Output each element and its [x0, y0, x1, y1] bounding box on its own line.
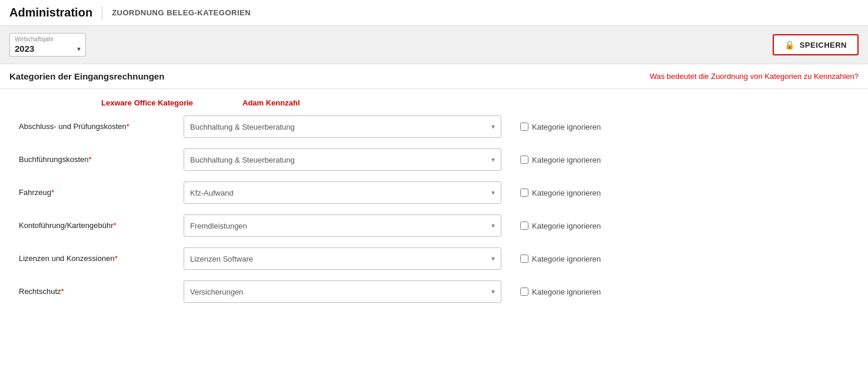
dropdown-value: Lizenzen Software [190, 255, 253, 263]
chevron-down-icon: ▾ [491, 288, 495, 296]
page-subtitle: ZUORDNUNG BELEG-KATEGORIEN [112, 8, 251, 17]
chevron-down-icon: ▾ [491, 156, 495, 164]
table-row: Abschluss- und Prüfungskosten*Buchhaltun… [19, 114, 849, 139]
year-select-value: 2023 [15, 44, 34, 54]
header: Administration ZUORDNUNG BELEG-KATEGORIE… [0, 0, 868, 26]
checkbox-label: Kategorie ignorieren [532, 255, 601, 263]
col-header-adam: Adam Kennzahl [242, 98, 300, 107]
content-area: Lexware Office Kategorie Adam Kennzahl A… [0, 89, 868, 322]
table-row: Kontoführung/Kartengebühr*Fremdleistunge… [19, 213, 849, 238]
table-row: Rechtschutz*Versicherungen▾Kategorie ign… [19, 279, 849, 304]
checkbox-label: Kategorie ignorieren [532, 156, 601, 164]
chevron-down-icon: ▾ [77, 45, 81, 53]
chevron-down-icon: ▾ [491, 123, 495, 131]
lock-icon: 🔒 [784, 40, 795, 49]
row-label: Fahrzeug* [19, 187, 184, 198]
save-button[interactable]: 🔒 SPEICHERN [773, 34, 859, 55]
help-link[interactable]: Was bedeutet die Zuordnung von Kategorie… [650, 72, 859, 81]
required-marker: * [51, 188, 54, 197]
row-dropdown[interactable]: Kfz-Aufwand▾ [184, 181, 501, 204]
row-dropdown[interactable]: Buchhaltung & Steuerberatung▾ [184, 148, 501, 171]
ignore-category-checkbox[interactable] [520, 255, 528, 263]
col-header-lexware: Lexware Office Kategorie [101, 98, 219, 107]
checkbox-label: Kategorie ignorieren [532, 288, 601, 296]
form-rows: Abschluss- und Prüfungskosten*Buchhaltun… [19, 114, 849, 304]
toolbar: Wirtschaftsjahr 2023 ▾ 🔒 SPEICHERN [0, 26, 868, 64]
ignore-category-checkbox[interactable] [520, 156, 528, 164]
checkbox-wrapper: Kategorie ignorieren [520, 123, 601, 131]
dropdown-value: Kfz-Aufwand [190, 189, 234, 197]
table-row: Buchführungskosten*Buchhaltung & Steuerb… [19, 147, 849, 172]
chevron-down-icon: ▾ [491, 189, 495, 197]
section-title: Kategorien der Eingangsrechnungen [9, 71, 164, 81]
year-select-label: Wirtschaftsjahr [15, 36, 81, 42]
required-marker: * [115, 254, 118, 263]
row-dropdown[interactable]: Fremdleistungen▾ [184, 214, 501, 237]
checkbox-label: Kategorie ignorieren [532, 123, 601, 131]
row-label: Rechtschutz* [19, 286, 184, 297]
row-label: Kontoführung/Kartengebühr* [19, 220, 184, 231]
ignore-category-checkbox[interactable] [520, 123, 528, 131]
row-dropdown[interactable]: Versicherungen▾ [184, 280, 501, 303]
table-row: Lizenzen und Konzessionen*Lizenzen Softw… [19, 246, 849, 271]
required-marker: * [89, 155, 92, 164]
required-marker: * [113, 221, 116, 230]
dropdown-value: Buchhaltung & Steuerberatung [190, 123, 295, 131]
ignore-category-checkbox[interactable] [520, 222, 528, 230]
dropdown-value: Buchhaltung & Steuerberatung [190, 156, 295, 164]
chevron-down-icon: ▾ [491, 255, 495, 263]
row-label: Abschluss- und Prüfungskosten* [19, 121, 184, 132]
checkbox-wrapper: Kategorie ignorieren [520, 222, 601, 230]
table-row: Fahrzeug*Kfz-Aufwand▾Kategorie ignoriere… [19, 180, 849, 205]
chevron-down-icon: ▾ [491, 222, 495, 230]
checkbox-label: Kategorie ignorieren [532, 222, 601, 230]
checkbox-wrapper: Kategorie ignorieren [520, 288, 601, 296]
column-headers: Lexware Office Kategorie Adam Kennzahl [19, 98, 849, 107]
checkbox-wrapper: Kategorie ignorieren [520, 156, 601, 164]
dropdown-value: Fremdleistungen [190, 222, 247, 230]
header-divider [102, 6, 102, 20]
row-label: Buchführungskosten* [19, 154, 184, 165]
row-dropdown[interactable]: Buchhaltung & Steuerberatung▾ [184, 115, 501, 138]
checkbox-wrapper: Kategorie ignorieren [520, 189, 601, 197]
dropdown-value: Versicherungen [190, 288, 243, 296]
ignore-category-checkbox[interactable] [520, 288, 528, 296]
year-select[interactable]: Wirtschaftsjahr 2023 ▾ [9, 33, 86, 57]
checkbox-label: Kategorie ignorieren [532, 189, 601, 197]
row-label: Lizenzen und Konzessionen* [19, 253, 184, 264]
row-dropdown[interactable]: Lizenzen Software▾ [184, 247, 501, 270]
required-marker: * [61, 287, 64, 296]
checkbox-wrapper: Kategorie ignorieren [520, 255, 601, 263]
page-title: Administration [9, 6, 92, 19]
ignore-category-checkbox[interactable] [520, 189, 528, 197]
section-header: Kategorien der Eingangsrechnungen Was be… [0, 64, 868, 89]
save-label: SPEICHERN [800, 41, 847, 49]
required-marker: * [127, 122, 129, 131]
